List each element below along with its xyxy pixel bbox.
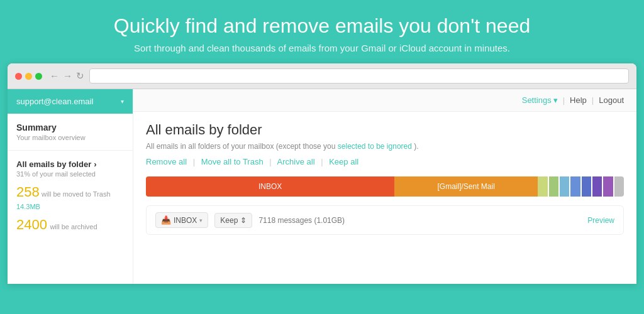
separator: |: [193, 157, 195, 166]
nav-buttons: ← → ↻: [50, 70, 84, 82]
separator: |: [563, 95, 565, 105]
summary-title: Summary: [16, 122, 124, 133]
minimize-button[interactable]: [25, 73, 32, 80]
folder-title-text: All emails by folder: [16, 160, 91, 169]
sidebar-summary: Summary Your mailbox overview: [8, 114, 133, 151]
sidebar: support@clean.email ▾ Summary Your mailb…: [8, 89, 133, 284]
ignored-link[interactable]: selected to be ignored: [338, 142, 412, 151]
other-bar-segments: [538, 176, 624, 197]
main-body: All emails by folder All emails in all f…: [133, 112, 636, 245]
browser-chrome: ← → ↻: [8, 63, 636, 89]
hero-title: Quickly find and remove emails you don't…: [25, 14, 619, 38]
folder-chip[interactable]: [549, 176, 558, 197]
browser-window: ← → ↻ support@clean.email ▾ Summary Your…: [8, 63, 636, 284]
chevron-down-icon: ▾: [553, 95, 558, 105]
folder-percent: 31% of your mail selected: [16, 170, 124, 178]
folder-chip[interactable]: [538, 176, 547, 197]
archive-all-link[interactable]: Archive all: [277, 157, 315, 166]
message-count: 7118 messages (1.01GB): [258, 216, 581, 225]
hero-section: Quickly find and remove emails you don't…: [0, 0, 644, 63]
separator: |: [269, 157, 271, 166]
chevron-down-icon: ▾: [121, 98, 124, 105]
inbox-label: INBOX: [258, 182, 282, 191]
folder-chip[interactable]: [603, 176, 613, 197]
stat-archive: 2400 will be archived: [16, 217, 124, 233]
trash-label: will be moved to Trash: [42, 190, 110, 198]
archive-label: will be archived: [50, 223, 97, 230]
folder-bar: INBOX [Gmail]/Sent Mail: [146, 176, 624, 197]
folder-chip[interactable]: [570, 176, 580, 197]
folder-title[interactable]: All emails by folder ›: [16, 160, 124, 169]
top-nav: Settings ▾ | Help | Logout: [522, 95, 624, 105]
email-row: 📥 INBOX ▾ Keep ⇕ 7118 messages (1.01GB) …: [146, 205, 624, 235]
action-selector[interactable]: Keep ⇕: [214, 213, 252, 228]
page-title: All emails by folder: [146, 122, 624, 138]
main-content: Settings ▾ | Help | Logout All emails by…: [133, 89, 636, 284]
account-switcher[interactable]: support@clean.email ▾: [8, 89, 133, 114]
folder-chip[interactable]: [582, 176, 591, 197]
desc-suffix: ).: [414, 142, 418, 151]
settings-label: Settings: [522, 95, 552, 105]
sent-label: [Gmail]/Sent Mail: [438, 182, 495, 191]
back-button[interactable]: ←: [50, 70, 59, 82]
forward-button[interactable]: →: [63, 70, 72, 82]
folder-icon: 📥: [161, 215, 171, 225]
sent-bar-segment[interactable]: [Gmail]/Sent Mail: [394, 176, 538, 197]
chevron-up-down-icon: ⇕: [240, 216, 247, 225]
close-button[interactable]: [15, 73, 22, 80]
folder-chip[interactable]: [614, 176, 624, 197]
address-bar[interactable]: [89, 68, 629, 84]
inbox-bar-segment[interactable]: INBOX: [146, 176, 394, 197]
folder-selector[interactable]: 📥 INBOX ▾: [155, 212, 208, 228]
traffic-lights: [15, 73, 42, 80]
maximize-button[interactable]: [35, 73, 42, 80]
reload-button[interactable]: ↻: [76, 70, 84, 82]
desc-prefix: All emails in all folders of your mailbo…: [146, 142, 338, 151]
account-email: support@clean.email: [16, 97, 93, 106]
action-label: Keep: [220, 216, 238, 225]
remove-all-link[interactable]: Remove all: [146, 157, 187, 166]
trash-count: 258: [16, 184, 40, 200]
separator: |: [321, 157, 323, 166]
page-description: All emails in all folders of your mailbo…: [146, 142, 624, 151]
chevron-down-icon: ▾: [199, 217, 203, 224]
separator: |: [592, 95, 594, 105]
folder-name: INBOX: [174, 216, 197, 225]
folder-chip[interactable]: [592, 176, 602, 197]
hero-subtitle: Sort through and clean thousands of emai…: [25, 43, 619, 53]
preview-link[interactable]: Preview: [587, 216, 614, 225]
folder-arrow-icon: ›: [94, 160, 96, 169]
help-link[interactable]: Help: [570, 95, 587, 105]
trash-size: 14.3MB: [16, 203, 124, 210]
keep-all-link[interactable]: Keep all: [329, 157, 358, 166]
app-layout: support@clean.email ▾ Summary Your mailb…: [8, 89, 636, 284]
sidebar-folder-section: All emails by folder › 31% of your mail …: [8, 151, 133, 242]
logout-link[interactable]: Logout: [599, 95, 624, 105]
action-links: Remove all | Move all to Trash | Archive…: [146, 157, 624, 166]
move-to-trash-link[interactable]: Move all to Trash: [201, 157, 264, 166]
archive-count: 2400: [16, 217, 47, 232]
settings-link[interactable]: Settings ▾: [522, 95, 558, 105]
folder-chip[interactable]: [560, 176, 569, 197]
top-bar: Settings ▾ | Help | Logout: [133, 89, 636, 112]
summary-subtitle: Your mailbox overview: [16, 134, 124, 141]
stat-trash: 258 will be moved to Trash: [16, 184, 124, 200]
